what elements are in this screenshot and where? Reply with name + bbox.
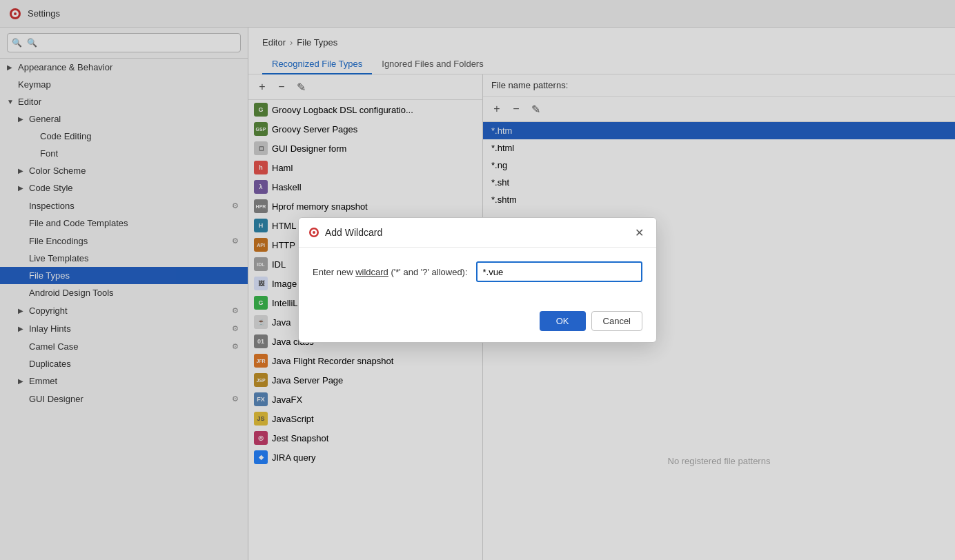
dialog-app-icon xyxy=(308,227,319,238)
dialog-body: Enter new wildcard ('*' and '?' allowed)… xyxy=(299,248,656,306)
dialog-title-content: Add Wildcard xyxy=(308,227,382,238)
dialog-title-text: Add Wildcard xyxy=(325,227,382,238)
ok-button[interactable]: OK xyxy=(540,311,586,331)
dialog-label: Enter new wildcard ('*' and '?' allowed)… xyxy=(313,267,468,277)
dialog-overlay: Add Wildcard ✕ Enter new wildcard ('*' a… xyxy=(0,0,955,560)
dialog-title-bar: Add Wildcard ✕ xyxy=(299,218,656,248)
svg-point-5 xyxy=(313,231,315,234)
dialog-input-row: Enter new wildcard ('*' and '?' allowed)… xyxy=(313,261,642,282)
dialog-close-button[interactable]: ✕ xyxy=(631,225,647,240)
cancel-button[interactable]: Cancel xyxy=(591,311,642,331)
dialog-buttons: OK Cancel xyxy=(299,306,656,342)
wildcard-underline: wildcard xyxy=(355,267,388,277)
wildcard-input[interactable] xyxy=(476,261,642,282)
add-wildcard-dialog: Add Wildcard ✕ Enter new wildcard ('*' a… xyxy=(298,217,657,343)
